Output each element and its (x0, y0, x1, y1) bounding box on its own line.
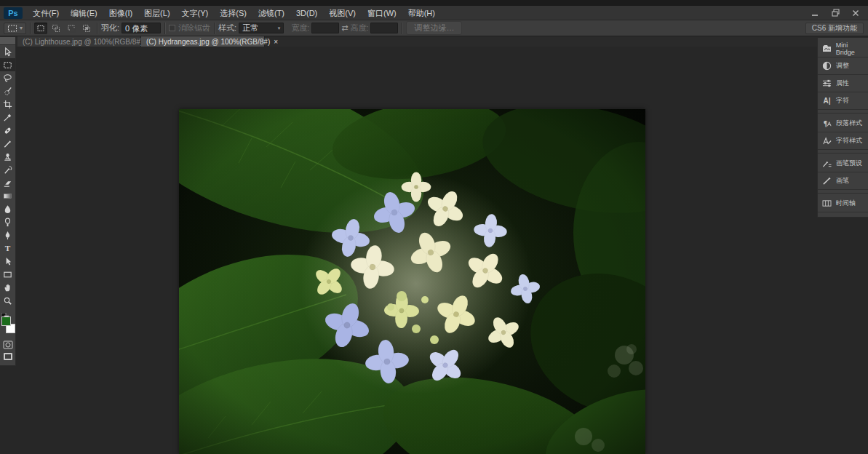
rectangular-marquee-tool[interactable] (0, 58, 15, 71)
restore-button[interactable] (830, 9, 840, 17)
style-dropdown[interactable]: 正常 ▾ (239, 23, 284, 33)
menu-help[interactable]: 帮助(H) (402, 6, 441, 20)
lasso-tool[interactable] (0, 71, 15, 84)
swap-dimensions-icon[interactable]: ⇄ (341, 23, 348, 33)
panel-adjustments[interactable]: 调整 (818, 57, 868, 75)
tools-panel: T (0, 36, 16, 366)
paragraph-styles-icon: ¶ (821, 118, 832, 129)
panel-label: 调整 (836, 61, 849, 71)
close-icon[interactable] (851, 9, 861, 17)
timeline-icon (821, 198, 832, 209)
brush-tool[interactable] (0, 137, 15, 150)
eyedropper-tool[interactable] (0, 111, 15, 124)
canvas-document[interactable] (179, 109, 645, 454)
crop-tool[interactable] (0, 97, 15, 111)
intersect-selection-button[interactable] (80, 23, 93, 34)
rectangle-shape-tool[interactable] (0, 268, 15, 281)
color-swatch-area (0, 310, 15, 339)
move-tool[interactable] (0, 45, 15, 58)
zoom-tool[interactable] (0, 294, 15, 307)
tool-options-bar: ▾ 羽化: 0 像素 消除锯齿 样式: 正常 ▾ 宽度: ⇄ 高度: (0, 20, 868, 36)
panel-label: 时间轴 (836, 199, 856, 208)
document-tab-bar: (C) Lighthouse.jpg @ 100%(RGB/8#) × (C) … (0, 36, 868, 47)
brush-icon (821, 175, 832, 186)
feather-input[interactable]: 0 像素 (122, 23, 161, 33)
panel-label: 画笔 (836, 176, 849, 186)
character-styles-icon (821, 135, 832, 146)
pen-tool[interactable] (0, 228, 15, 242)
style-value: 正常 (242, 23, 258, 33)
panel-label: Mini Bridge (836, 41, 868, 56)
panel-dock: Mini Bridge 调整 属性 A| 字符 ¶ 段落样式 字符样式 (817, 38, 868, 218)
brush-presets-icon (821, 158, 832, 169)
feather-label: 羽化: (101, 23, 119, 33)
menu-file[interactable]: 文件(F) (27, 6, 65, 20)
menu-layer[interactable]: 图层(L) (138, 6, 175, 20)
workspace: T (0, 47, 868, 454)
preset-arrow-icon: ▾ (20, 25, 23, 31)
menu-edit[interactable]: 编辑(E) (65, 6, 103, 20)
marquee-preset-icon (7, 24, 17, 33)
panel-mini-bridge[interactable]: Mini Bridge (818, 40, 868, 57)
panel-paragraph-styles[interactable]: ¶ 段落样式 (818, 115, 868, 132)
panel-label: 画笔预设 (836, 159, 862, 168)
panel-properties[interactable]: 属性 (818, 75, 868, 92)
window-controls (810, 9, 868, 17)
width-input[interactable] (311, 23, 339, 33)
menu-window[interactable]: 窗口(W) (362, 6, 402, 20)
panel-brush-presets[interactable]: 画笔预设 (818, 155, 868, 172)
tab-label: (C) Hydrangeas.jpg @ 100%(RGB/8#) (146, 38, 270, 46)
blur-tool[interactable] (0, 202, 15, 215)
panel-character[interactable]: A| 字符 (818, 92, 868, 110)
panel-brush[interactable]: 画笔 (818, 172, 868, 190)
quick-selection-tool[interactable] (0, 84, 15, 97)
eraser-tool[interactable] (0, 176, 15, 189)
antialias-label: 消除锯齿 (178, 23, 210, 33)
menu-view[interactable]: 视图(V) (323, 6, 362, 20)
menu-3d[interactable]: 3D(D) (290, 6, 323, 20)
panel-label: 段落样式 (836, 119, 862, 128)
height-label: 高度: (350, 23, 368, 33)
tools-panel-header[interactable] (0, 37, 15, 45)
svg-text:¶: ¶ (824, 119, 828, 127)
panel-label: 字符样式 (836, 136, 862, 146)
type-tool[interactable]: T (0, 242, 15, 255)
tab-close-icon[interactable]: × (274, 38, 278, 46)
tab-label: (C) Lighthouse.jpg @ 100%(RGB/8#) (23, 38, 143, 46)
style-label: 样式: (218, 23, 236, 33)
svg-text:T: T (5, 244, 11, 252)
refine-edge-button[interactable]: 调整边缘… (406, 21, 462, 35)
dodge-tool[interactable] (0, 215, 15, 228)
minimize-button[interactable] (810, 9, 820, 17)
height-input[interactable] (370, 23, 398, 33)
panel-character-styles[interactable]: 字符样式 (818, 132, 868, 150)
workspace-switcher-button[interactable]: CS6 新增功能 (805, 23, 864, 34)
clone-stamp-tool[interactable] (0, 150, 15, 163)
menu-type[interactable]: 文字(Y) (176, 6, 215, 20)
panel-label: 属性 (836, 79, 849, 88)
tab-lighthouse[interactable]: (C) Lighthouse.jpg @ 100%(RGB/8#) × (17, 36, 141, 47)
tab-hydrangeas[interactable]: (C) Hydrangeas.jpg @ 100%(RGB/8#) × (141, 36, 265, 47)
spot-healing-brush-tool[interactable] (0, 124, 15, 137)
menu-select[interactable]: 选择(S) (214, 6, 252, 20)
path-selection-tool[interactable] (0, 255, 15, 268)
foreground-color-swatch[interactable] (1, 316, 11, 326)
character-icon: A| (821, 95, 832, 106)
menu-filter[interactable]: 滤镜(T) (252, 6, 290, 20)
quick-mask-button[interactable] (0, 339, 15, 351)
antialias-checkbox[interactable] (169, 25, 175, 31)
hydrangea-photo (179, 109, 645, 454)
properties-icon (821, 78, 832, 89)
add-to-selection-button[interactable] (49, 23, 63, 34)
subtract-from-selection-button[interactable] (65, 23, 78, 34)
menu-image[interactable]: 图像(I) (103, 6, 138, 20)
panel-timeline[interactable]: 时间轴 (818, 195, 868, 212)
history-brush-tool[interactable] (0, 163, 15, 176)
mini-bridge-icon (821, 43, 832, 54)
width-label: 宽度: (291, 23, 309, 33)
gradient-tool[interactable] (0, 189, 15, 202)
screen-mode-button[interactable] (0, 351, 15, 362)
hand-tool[interactable] (0, 281, 15, 294)
new-selection-button[interactable] (34, 23, 47, 34)
tool-preset-picker[interactable]: ▾ (4, 23, 26, 34)
